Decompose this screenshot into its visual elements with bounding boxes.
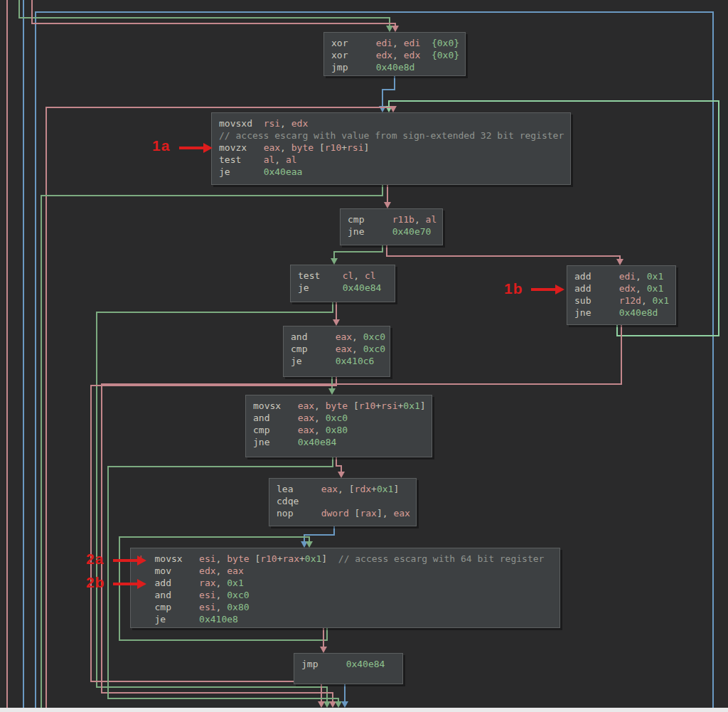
punctuation	[348, 38, 375, 48]
mnemonic: xor	[331, 50, 348, 60]
instruction-line[interactable]: cmp r11b, al	[348, 213, 435, 225]
punctuation	[307, 344, 335, 354]
mnemonic: jne	[253, 437, 269, 447]
punctuation	[348, 50, 375, 60]
punctuation: ,	[280, 118, 291, 129]
punctuation	[591, 307, 619, 318]
instruction-line[interactable]: ! movsx esi, byte [r10+rax+0x1] // acces…	[138, 553, 552, 565]
instruction-line[interactable]: cmp eax, 0x80	[253, 424, 424, 436]
punctuation	[591, 271, 619, 282]
instruction-line[interactable]: jmp 0x40e8d	[331, 61, 458, 73]
basic-block-xor-entry[interactable]: xor edi, edi {0x0}xor edx, edx {0x0}jmp …	[323, 32, 466, 76]
punctuation	[320, 270, 342, 281]
instruction-line[interactable]: and esi, 0xc0	[138, 589, 552, 601]
register-operand: edi	[376, 38, 392, 48]
register-operand: esi	[199, 602, 215, 612]
instruction-line[interactable]: je 0x410c6	[291, 355, 382, 367]
punctuation	[302, 356, 336, 366]
register-operand: edx	[199, 565, 215, 576]
instruction-line[interactable]: // access escarg with value from sign-ex…	[219, 129, 563, 142]
constant-operand: 0x410e8	[199, 614, 238, 625]
punctuation	[269, 413, 297, 423]
edge-test-true-to-bottom-arrowhead	[323, 701, 331, 708]
instruction-line[interactable]: jmp 0x40e84	[301, 658, 395, 670]
instruction-line[interactable]: add edx, 0x1	[574, 282, 668, 294]
constant-operand: 0x40e84	[346, 659, 385, 669]
basic-block-and-c0[interactable]: and eax, 0xc0cmp eax, 0xc0je 0x410c6	[283, 326, 390, 377]
punctuation: ,	[216, 565, 228, 576]
instruction-line[interactable]: je 0x40eaa	[219, 166, 563, 178]
instruction-line[interactable]: jne 0x40e70	[348, 225, 435, 238]
basic-block-add-counters[interactable]: add edi, 0x1add edx, 0x1sub r12d, 0x1jne…	[567, 265, 676, 325]
instruction-line[interactable]: add edi, 0x1	[574, 270, 668, 282]
instruction-line[interactable]: cmp eax, 0xc0	[291, 343, 382, 355]
constant-operand: 0x80	[326, 425, 348, 435]
instruction-line[interactable]: cdqe	[277, 495, 409, 507]
basic-block-movsx-64bit-loop[interactable]: ! movsx esi, byte [r10+rax+0x1] // acces…	[130, 548, 560, 628]
edge-cmp-true-to-test-arrowhead	[331, 258, 338, 265]
register-operand: rsi	[381, 400, 397, 411]
instruction-line[interactable]: je 0x410e8	[138, 613, 552, 625]
punctuation: [	[250, 553, 261, 564]
punctuation: [	[349, 508, 360, 519]
punctuation: +	[375, 400, 381, 411]
basic-block-movsx-check[interactable]: movsx eax, byte [r10+rsi+0x1]and eax, 0x…	[245, 395, 432, 457]
register-operand: r11b	[392, 214, 414, 225]
punctuation	[183, 553, 199, 564]
instruction-line[interactable]: nop dword [rax], eax	[277, 507, 409, 519]
punctuation: ,	[636, 283, 647, 294]
instruction-line[interactable]: movsxd rsi, edx	[219, 117, 563, 129]
register-operand: eax	[264, 142, 280, 153]
basic-block-loop-head-movsxd[interactable]: movsxd rsi, edx// access escarg with val…	[211, 112, 571, 185]
register-operand: edx	[376, 50, 392, 60]
punctuation: +	[341, 142, 347, 153]
instruction-line[interactable]: movsx eax, byte [r10+rsi+0x1]	[253, 400, 424, 412]
annotation-arrow-tip-1b	[555, 285, 564, 294]
basic-block-lea[interactable]: lea eax, [rdx+0x1]cdqenop dword [rax], e…	[269, 478, 417, 526]
punctuation: ,	[274, 154, 286, 165]
constant-operand: 0x1	[647, 271, 663, 282]
instruction-line[interactable]: and eax, 0xc0	[291, 331, 382, 343]
instruction-line[interactable]: xor edi, edi {0x0}	[331, 37, 458, 49]
annotation-arrow-1a	[179, 147, 203, 149]
instruction-line[interactable]: mov edx, eax	[138, 565, 552, 577]
constant-operand: 0x40e70	[392, 226, 432, 237]
edge-cmp-false-to-counters-arrowhead	[616, 259, 623, 265]
instruction-line[interactable]: test cl, cl	[298, 270, 387, 282]
instruction-line[interactable]: and eax, 0xc0	[253, 412, 424, 424]
mnemonic: add	[154, 578, 171, 588]
punctuation	[269, 437, 297, 447]
punctuation	[293, 484, 321, 494]
constant-operand: 0x1	[647, 283, 663, 294]
punctuation	[309, 282, 343, 293]
register-operand: eax	[336, 331, 352, 342]
instruction-line[interactable]: xor edx, edx {0x0}	[331, 49, 458, 61]
register-operand: cl	[343, 270, 354, 281]
instruction-line[interactable]: test al, al	[219, 154, 563, 166]
constant-operand: 0xc0	[326, 413, 348, 423]
punctuation: ],	[377, 508, 393, 519]
instruction-line[interactable]: sub r12d, 0x1	[574, 294, 668, 307]
mnemonic: add	[574, 271, 591, 282]
mnemonic: jne	[574, 307, 591, 318]
instruction-line[interactable]: lea eax, [rdx+0x1]	[277, 483, 409, 495]
basic-block-test-cl[interactable]: test cl, clje 0x40e84	[290, 265, 395, 302]
basic-block-cmp-r11b[interactable]: cmp r11b, aljne 0x40e70	[340, 208, 443, 245]
instruction-line[interactable]: je 0x40e84	[298, 282, 387, 294]
instruction-line[interactable]: add rax, 0x1	[138, 577, 552, 589]
punctuation: ,	[280, 142, 291, 153]
punctuation: ,	[392, 38, 404, 48]
annotation-label-1b: 1b	[504, 280, 523, 297]
instruction-line[interactable]: jne 0x40e84	[253, 436, 424, 448]
basic-block-jmp-tail[interactable]: jmp 0x40e84	[294, 653, 403, 684]
instruction-line[interactable]: movzx eax, byte [r10+rsi]	[219, 142, 563, 154]
mnemonic: jmp	[331, 62, 348, 73]
mnemonic: lea	[277, 484, 293, 494]
instruction-line[interactable]: cmp esi, 0x80	[138, 601, 552, 613]
instruction-line[interactable]: jne 0x40e8d	[574, 307, 668, 319]
constant-operand: 0x40e84	[298, 437, 337, 447]
register-operand: rsi	[347, 142, 363, 153]
register-operand: rax	[199, 578, 215, 588]
punctuation: ]	[420, 400, 426, 411]
mnemonic: mov	[154, 565, 171, 576]
